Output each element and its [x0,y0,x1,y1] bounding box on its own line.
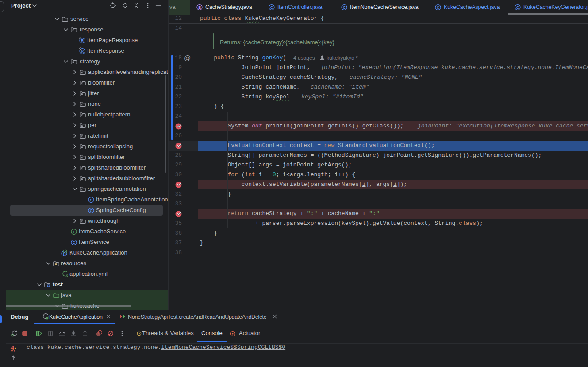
svg-text:C: C [437,5,439,10]
svg-text:C: C [73,240,75,245]
svg-text:R: R [81,49,84,54]
svg-text:C: C [343,5,346,10]
svg-text:E: E [198,5,201,10]
svg-text:C: C [90,198,92,202]
svg-text:C: C [90,209,92,213]
svg-text:C: C [270,5,273,10]
svg-text:I: I [73,230,74,234]
svg-text:C: C [516,5,519,10]
svg-text:R: R [81,39,84,43]
